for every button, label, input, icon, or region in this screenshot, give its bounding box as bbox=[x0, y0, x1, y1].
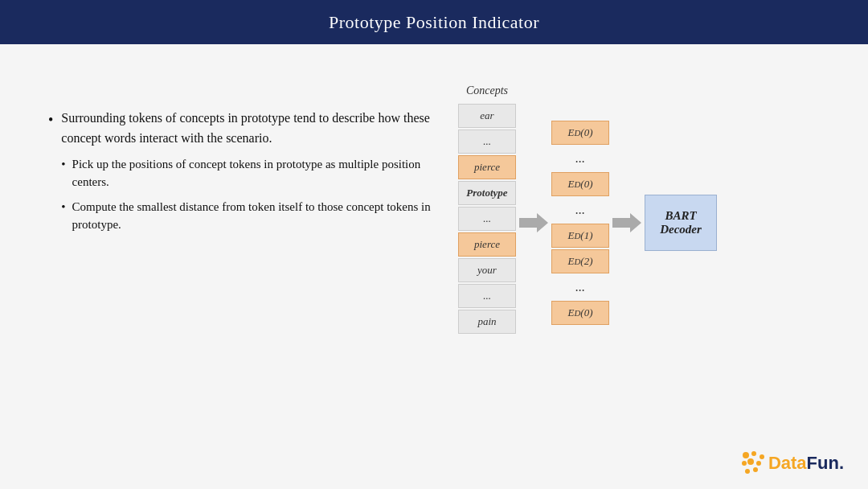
svg-point-7 bbox=[756, 461, 761, 466]
sub-bullet-text-1: Pick up the positions of concept tokens … bbox=[72, 158, 421, 189]
embed-dots2: ... bbox=[551, 198, 609, 222]
sub-bullet-item-2: Compute the smallest distance from token… bbox=[61, 198, 450, 234]
token-ear: ear bbox=[458, 104, 516, 128]
right-panel: Concepts ear ... pierce Prototype ... pi… bbox=[458, 76, 820, 334]
svg-point-4 bbox=[760, 454, 764, 459]
svg-point-9 bbox=[753, 467, 758, 472]
embed-dots1: ... bbox=[551, 146, 609, 171]
embed-ed0-1: ED(0) bbox=[551, 121, 609, 145]
footer: DataFun. bbox=[741, 450, 844, 476]
header-title: Prototype Position Indicator bbox=[329, 12, 539, 33]
sub-bullet-list: Pick up the positions of concept tokens … bbox=[61, 155, 450, 234]
bart-label: BARTDecoder bbox=[660, 209, 702, 236]
token-dots3: ... bbox=[458, 284, 516, 308]
svg-point-3 bbox=[751, 451, 756, 456]
svg-point-8 bbox=[745, 469, 750, 474]
arrow2 bbox=[612, 212, 641, 234]
concepts-header: Concepts bbox=[466, 84, 508, 97]
header: Prototype Position Indicator bbox=[0, 0, 868, 44]
token-pierce1: pierce bbox=[458, 155, 516, 179]
svg-point-5 bbox=[742, 461, 747, 466]
token-prototype: Prototype bbox=[458, 181, 516, 205]
bart-decoder-box: BARTDecoder bbox=[645, 195, 717, 251]
embed-ed1: ED(1) bbox=[551, 224, 609, 248]
svg-point-6 bbox=[747, 458, 754, 465]
concepts-column: Concepts ear ... pierce Prototype ... pi… bbox=[458, 84, 516, 334]
main-bullet-list: Surrounding tokens of concepts in protot… bbox=[48, 109, 450, 240]
left-panel: Surrounding tokens of concepts in protot… bbox=[48, 76, 450, 252]
datafun-text: DataFun. bbox=[768, 453, 844, 474]
content: Surrounding tokens of concepts in protot… bbox=[0, 44, 868, 462]
token-pierce2: pierce bbox=[458, 232, 516, 257]
datafun-logo: DataFun. bbox=[741, 450, 844, 476]
bullet-item-1: Surrounding tokens of concepts in protot… bbox=[48, 109, 450, 240]
arrow1 bbox=[519, 212, 548, 234]
sub-bullet-item-1: Pick up the positions of concept tokens … bbox=[61, 155, 450, 191]
svg-marker-0 bbox=[519, 213, 548, 232]
embed-dots3: ... bbox=[551, 275, 609, 299]
svg-point-2 bbox=[743, 452, 749, 458]
diagram-container: Concepts ear ... pierce Prototype ... pi… bbox=[458, 84, 717, 334]
token-dots2: ... bbox=[458, 207, 516, 231]
datafun-icon bbox=[741, 450, 767, 476]
svg-marker-1 bbox=[612, 213, 641, 232]
embed-ed2: ED(2) bbox=[551, 249, 609, 273]
token-pain: pain bbox=[458, 310, 516, 334]
embed-ed0-2: ED(0) bbox=[551, 172, 609, 196]
bullet-text-1: Surrounding tokens of concepts in protot… bbox=[61, 111, 430, 145]
token-dots1: ... bbox=[458, 129, 516, 154]
embed-ed0-3: ED(0) bbox=[551, 301, 609, 325]
sub-bullet-text-2: Compute the smallest distance from token… bbox=[72, 200, 431, 232]
token-your: your bbox=[458, 258, 516, 282]
embed-column: ED(0) ... ED(0) ... ED(1) ED(2) ... ED(0… bbox=[551, 121, 609, 325]
